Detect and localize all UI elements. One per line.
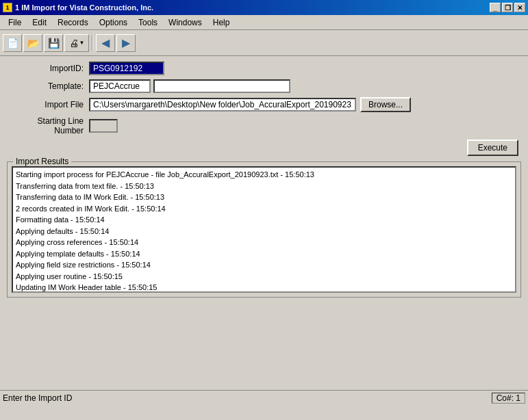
open-button[interactable]: 📂 <box>23 34 42 52</box>
toolbar-separator-1 <box>92 36 93 51</box>
menu-bar: File Edit Records Options Tools Windows … <box>0 15 528 30</box>
template-row: Template: <box>7 79 521 93</box>
forward-arrow-icon: ▶ <box>122 36 130 49</box>
import-file-input[interactable] <box>89 98 356 111</box>
new-icon: 📄 <box>7 38 18 49</box>
close-button[interactable]: ✕ <box>514 3 525 12</box>
app-icon: 1 <box>3 3 12 12</box>
menu-records[interactable]: Records <box>52 16 94 29</box>
restore-button[interactable]: ❐ <box>502 3 513 12</box>
title-bar-buttons: _ ❐ ✕ <box>490 3 525 12</box>
toolbar: 📄 📂 💾 🖨 ▼ ◀ ▶ <box>0 30 528 56</box>
dropdown-arrow-icon: ▼ <box>79 40 85 46</box>
save-button[interactable]: 💾 <box>44 34 63 52</box>
template-extra-input[interactable] <box>153 79 290 93</box>
starting-line-row: Starting Line Number <box>7 116 521 135</box>
new-button[interactable]: 📄 <box>3 34 22 52</box>
title-bar-left: 1 1 IM Import for Vista Construction, In… <box>3 3 153 12</box>
co-number: Co#: 1 <box>492 393 525 404</box>
minimize-button[interactable]: _ <box>490 3 501 12</box>
folder-icon: 📂 <box>27 38 39 49</box>
results-group-title: Import Results <box>13 157 71 166</box>
import-file-label: Import File <box>7 100 89 109</box>
print-icon: 🖨 <box>69 38 79 49</box>
menu-windows[interactable]: Windows <box>163 16 208 29</box>
print-button[interactable]: 🖨 ▼ <box>64 34 89 52</box>
status-bar: Enter the Import ID Co#: 1 <box>0 390 528 405</box>
import-results-group: Import Results Starting import process f… <box>7 161 521 298</box>
title-bar: 1 1 IM Import for Vista Construction, In… <box>0 0 528 15</box>
import-file-row: Import File Browse... <box>7 97 521 112</box>
menu-options[interactable]: Options <box>94 16 133 29</box>
import-id-input[interactable] <box>89 62 164 75</box>
starting-line-input[interactable] <box>89 119 118 133</box>
menu-file[interactable]: File <box>3 16 27 29</box>
template-label: Template: <box>7 81 89 91</box>
menu-help[interactable]: Help <box>208 16 236 29</box>
import-id-label: ImportID: <box>7 64 89 73</box>
starting-line-label: Starting Line Number <box>7 116 89 135</box>
execute-button[interactable]: Execute <box>467 140 518 156</box>
execute-row: Execute <box>7 140 521 156</box>
window-title: 1 IM Import for Vista Construction, Inc. <box>15 3 153 12</box>
import-id-row: ImportID: <box>7 62 521 75</box>
save-icon: 💾 <box>48 38 60 49</box>
back-arrow-icon: ◀ <box>101 36 110 49</box>
template-input[interactable] <box>89 79 151 93</box>
results-text-area[interactable]: Starting import process for PEJCAccrue -… <box>12 166 516 293</box>
browse-button[interactable]: Browse... <box>360 97 411 112</box>
menu-edit[interactable]: Edit <box>27 16 52 29</box>
main-content: ImportID: Template: Import File Browse..… <box>0 56 528 405</box>
menu-tools[interactable]: Tools <box>133 16 163 29</box>
forward-button[interactable]: ▶ <box>116 34 136 52</box>
back-button[interactable]: ◀ <box>96 34 115 52</box>
status-message: Enter the Import ID <box>3 393 72 403</box>
